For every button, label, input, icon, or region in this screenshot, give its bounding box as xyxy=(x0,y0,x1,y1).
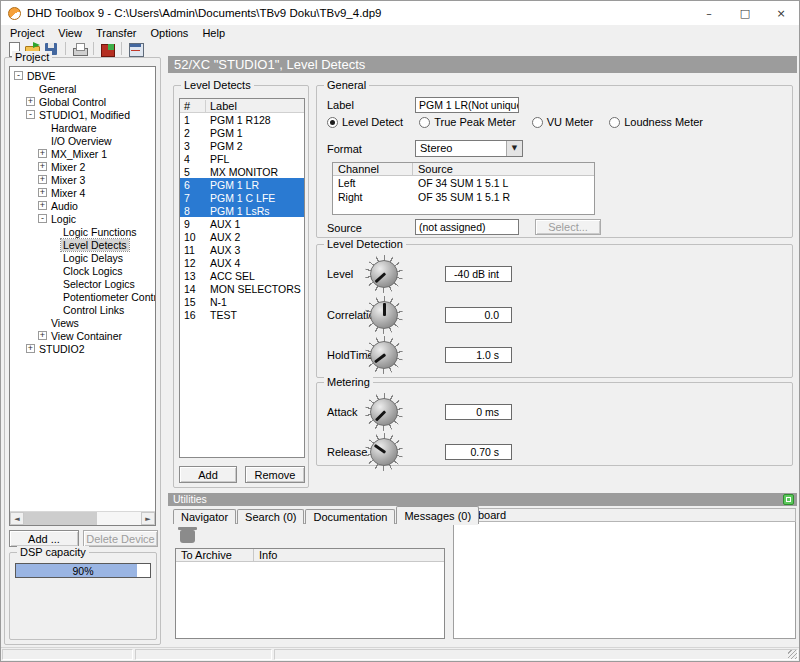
expand-icon[interactable]: + xyxy=(38,188,47,197)
tree-item-view-container[interactable]: +View Container xyxy=(10,329,155,342)
dsp-progress-bar: 90% xyxy=(15,563,151,578)
param-value-level[interactable]: -40 dB int xyxy=(445,266,512,282)
tree-item-control-links[interactable]: Control Links xyxy=(10,303,155,316)
expand-icon[interactable]: + xyxy=(26,97,35,106)
tree-item-clock-logics[interactable]: Clock Logics xyxy=(10,264,155,277)
level-detect-row[interactable]: 3PGM 2 xyxy=(180,139,304,152)
level-detect-row[interactable]: 12AUX 4 xyxy=(180,256,304,269)
radio-level-detect[interactable]: Level Detect xyxy=(327,116,403,128)
tree-item-dbve[interactable]: -DBVE xyxy=(10,69,155,82)
maximize-button[interactable]: □ xyxy=(727,1,763,25)
tree-item-mixer-2[interactable]: +Mixer 2 xyxy=(10,160,155,173)
tree-horizontal-scrollbar[interactable]: ◄ ► xyxy=(10,511,155,525)
level-detect-row[interactable]: 7PGM 1 C LFE xyxy=(180,191,304,204)
tree-item-logic-delays[interactable]: Logic Delays xyxy=(10,251,155,264)
clipboard-content[interactable] xyxy=(453,522,796,639)
tree-item-views[interactable]: Views xyxy=(10,316,155,329)
row-number: 9 xyxy=(180,218,206,230)
remove-button[interactable]: Remove xyxy=(245,466,305,483)
print-button[interactable] xyxy=(70,40,89,57)
delete-device-button[interactable]: Delete Device xyxy=(83,530,158,547)
expand-icon[interactable]: + xyxy=(38,162,47,171)
format-dropdown[interactable]: Stereo ▼ xyxy=(415,140,523,157)
menu-transfer[interactable]: Transfer xyxy=(89,27,144,39)
tree-item-level-detects[interactable]: Level Detects xyxy=(10,238,155,251)
tree-item-studio2[interactable]: +STUDIO2 xyxy=(10,342,155,355)
level-detect-row[interactable]: 9AUX 1 xyxy=(180,217,304,230)
tab-navigator[interactable]: Navigator xyxy=(173,509,236,524)
level-detect-row[interactable]: 6PGM 1 LR xyxy=(180,178,304,191)
expand-icon[interactable]: + xyxy=(38,175,47,184)
expand-icon[interactable]: + xyxy=(38,149,47,158)
add-button[interactable]: Add xyxy=(179,466,237,483)
level-detect-row[interactable]: 8PGM 1 LsRs xyxy=(180,204,304,217)
tab-documentation[interactable]: Documentation xyxy=(305,509,395,524)
tree-item-audio[interactable]: +Audio xyxy=(10,199,155,212)
collapse-icon[interactable]: - xyxy=(14,71,23,80)
add-device-button[interactable]: Add ... xyxy=(9,530,79,547)
archive-messages-button[interactable] xyxy=(176,526,206,546)
expand-icon[interactable]: + xyxy=(38,331,47,340)
level-detect-row[interactable]: 15N-1 xyxy=(180,295,304,308)
param-value-holdtime[interactable]: 1.0 s xyxy=(445,347,512,363)
expand-icon[interactable]: + xyxy=(26,344,35,353)
level-detect-row[interactable]: 10AUX 2 xyxy=(180,230,304,243)
radio-true-peak-meter[interactable]: True Peak Meter xyxy=(419,116,516,128)
param-value-release[interactable]: 0.70 s xyxy=(445,444,512,460)
resize-grip[interactable] xyxy=(788,650,797,659)
window-layout-button[interactable] xyxy=(126,40,145,57)
param-value-attack[interactable]: 0 ms xyxy=(445,404,512,420)
tree-item-mx-mixer-1[interactable]: +MX_Mixer 1 xyxy=(10,147,155,160)
radio-loudness-meter[interactable]: Loudness Meter xyxy=(609,116,703,128)
knob-level[interactable] xyxy=(365,255,403,293)
knob-correlation[interactable] xyxy=(365,296,403,334)
menu-help[interactable]: Help xyxy=(195,27,232,39)
tree-item-global-control[interactable]: +Global Control xyxy=(10,95,155,108)
level-detect-row[interactable]: 11AUX 3 xyxy=(180,243,304,256)
scrollbar-thumb[interactable] xyxy=(24,512,97,525)
level-detect-row[interactable]: 14MON SELECTORS xyxy=(180,282,304,295)
scrollbar-track[interactable] xyxy=(24,512,141,525)
level-detect-row[interactable]: 4PFL xyxy=(180,152,304,165)
select-source-button[interactable]: Select... xyxy=(535,219,601,235)
collapse-icon[interactable]: - xyxy=(26,110,35,119)
tab-search-0[interactable]: Search (0) xyxy=(237,509,304,524)
level-detect-row[interactable]: 16TEST xyxy=(180,308,304,321)
knob-holdtime[interactable] xyxy=(365,336,403,374)
tree-item-selector-logics[interactable]: Selector Logics xyxy=(10,277,155,290)
menu-options[interactable]: Options xyxy=(143,27,195,39)
menu-project[interactable]: Project xyxy=(3,27,51,39)
tree-item-label: Mixer 3 xyxy=(49,174,87,186)
tree-item-potentiometer-control[interactable]: Potentiometer Control xyxy=(10,290,155,303)
level-detect-row[interactable]: 2PGM 1 xyxy=(180,126,304,139)
row-label: PGM 1 LR xyxy=(206,179,259,191)
level-detect-row[interactable]: 13ACC SEL xyxy=(180,269,304,282)
tree-item-i-o-overview[interactable]: I/O Overview xyxy=(10,134,155,147)
tree-item-logic-functions[interactable]: Logic Functions xyxy=(10,225,155,238)
label-input[interactable]: PGM 1 LR(Not unique!) xyxy=(415,97,519,113)
knob-release[interactable] xyxy=(365,433,403,471)
tree-item-hardware[interactable]: Hardware xyxy=(10,121,155,134)
radio-vu-meter[interactable]: VU Meter xyxy=(532,116,593,128)
scroll-left-icon[interactable]: ◄ xyxy=(10,512,24,525)
tree-item-general[interactable]: General xyxy=(10,82,155,95)
knob-attack[interactable] xyxy=(365,393,403,431)
collapse-icon[interactable]: - xyxy=(38,214,47,223)
tree-item-mixer-3[interactable]: +Mixer 3 xyxy=(10,173,155,186)
level-detect-row[interactable]: 5MX MONITOR xyxy=(180,165,304,178)
param-value-correlation[interactable]: 0.0 xyxy=(445,307,512,323)
tree-item-mixer-4[interactable]: +Mixer 4 xyxy=(10,186,155,199)
tree-item-studio1-modified[interactable]: -STUDIO1, Modified xyxy=(10,108,155,121)
scroll-right-icon[interactable]: ► xyxy=(141,512,155,525)
dock-toggle-icon[interactable] xyxy=(783,494,794,505)
transfer-button[interactable] xyxy=(98,40,117,57)
tab-messages-0[interactable]: Messages (0) xyxy=(396,506,479,524)
minimize-button[interactable]: – xyxy=(691,1,727,25)
close-button[interactable]: × xyxy=(763,1,799,25)
menu-view[interactable]: View xyxy=(51,27,89,39)
expand-icon[interactable]: + xyxy=(38,201,47,210)
tree-item-logic[interactable]: -Logic xyxy=(10,212,155,225)
level-detect-row[interactable]: 1PGM 1 R128 xyxy=(180,113,304,126)
chevron-down-icon[interactable]: ▼ xyxy=(506,141,522,156)
source-input[interactable]: (not assigned) xyxy=(415,219,519,235)
